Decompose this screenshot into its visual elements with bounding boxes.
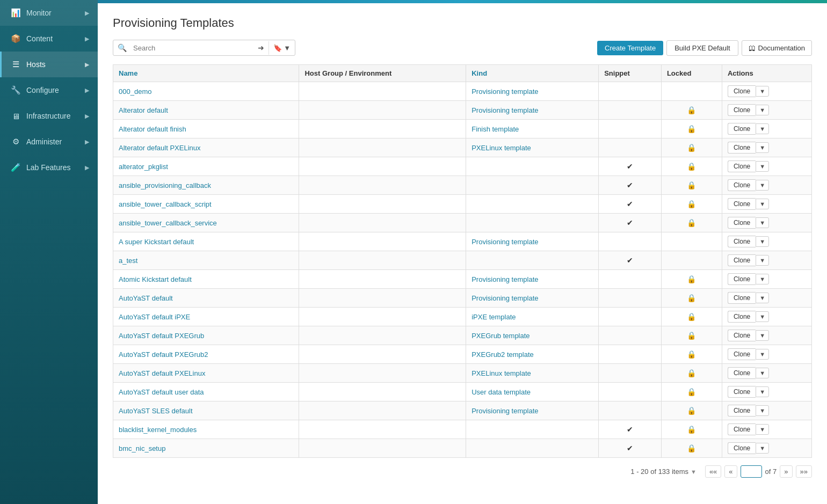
clone-button[interactable]: Clone [728,142,756,154]
clone-dropdown-button[interactable]: ▼ [756,443,769,454]
clone-button[interactable]: Clone [728,217,756,229]
name-link[interactable]: AutoYaST default iPXE [119,313,190,321]
name-link[interactable]: bmc_nic_setup [119,444,165,452]
sidebar-item-administer[interactable]: ⚙ Administer ▶ [0,129,98,155]
clone-button[interactable]: Clone [728,386,756,398]
clone-dropdown-button[interactable]: ▼ [756,199,769,209]
clone-button[interactable]: Clone [728,104,756,116]
clone-dropdown-button[interactable]: ▼ [756,180,769,191]
col-header-kind[interactable]: Kind [466,65,599,82]
clone-dropdown-button[interactable]: ▼ [756,161,769,172]
clone-dropdown-button[interactable]: ▼ [756,368,769,378]
clone-button[interactable]: Clone [728,179,756,191]
kind-link[interactable]: PXELinux template [471,144,531,152]
cell-name: Alterator default [113,101,299,120]
name-link[interactable]: blacklist_kernel_modules [119,426,197,434]
clone-button[interactable]: Clone [728,273,756,285]
clone-dropdown-button[interactable]: ▼ [756,274,769,284]
pagination-prev-button[interactable]: « [724,465,737,478]
clone-button[interactable]: Clone [728,292,756,304]
kind-link[interactable]: User data template [471,388,531,396]
clone-dropdown-button[interactable]: ▼ [756,405,769,416]
kind-link[interactable]: PXELinux template [471,369,531,377]
col-header-name[interactable]: Name [113,65,299,82]
name-link[interactable]: Alterator default finish [119,125,186,133]
kind-link[interactable]: Provisioning template [471,275,538,283]
name-link[interactable]: ansible_tower_callback_service [119,219,217,227]
clone-button[interactable]: Clone [728,236,756,247]
clone-dropdown-button[interactable]: ▼ [756,386,769,397]
pagination-info[interactable]: 1 - 20 of 133 items ▼ [630,468,697,476]
cell-locked: 🔒 [661,289,722,308]
pagination-next-button[interactable]: » [780,465,792,478]
clone-button[interactable]: Clone [728,367,756,379]
clone-dropdown-button[interactable]: ▼ [756,311,769,322]
kind-link[interactable]: PXEGrub2 template [471,350,534,359]
name-link[interactable]: ansible_tower_callback_script [119,200,212,208]
monitor-icon: 📊 [10,8,21,18]
name-link[interactable]: 000_demo [119,87,151,96]
name-link[interactable]: alterator_pkglist [119,163,168,171]
sidebar-item-infrastructure[interactable]: 🖥 Infrastructure ▶ [0,103,98,129]
name-link[interactable]: A super Kickstart default [119,238,194,246]
clone-dropdown-button[interactable]: ▼ [756,105,769,115]
search-input[interactable] [131,41,253,55]
kind-link[interactable]: Provisioning template [471,238,538,246]
clone-dropdown-button[interactable]: ▼ [756,217,769,228]
cell-actions: Clone ▼ [722,270,811,289]
pagination-first-button[interactable]: «« [705,465,721,478]
clone-dropdown-button[interactable]: ▼ [756,349,769,360]
clone-dropdown-button[interactable]: ▼ [756,123,769,134]
kind-link[interactable]: Provisioning template [471,407,538,415]
name-link[interactable]: AutoYaST SLES default [119,407,193,415]
clone-dropdown-button[interactable]: ▼ [756,255,769,266]
name-link[interactable]: Atomic Kickstart default [119,275,192,283]
clone-dropdown-button[interactable]: ▼ [756,330,769,341]
clone-button[interactable]: Clone [728,330,756,341]
clone-dropdown-button[interactable]: ▼ [756,293,769,303]
table-row: bmc_nic_setup ✔ 🔒 Clone ▼ [113,439,812,458]
name-link[interactable]: Alterator default PXELinux [119,144,200,152]
name-link[interactable]: a_test [119,257,137,265]
clone-dropdown-button[interactable]: ▼ [756,236,769,247]
sidebar-item-configure[interactable]: 🔧 Configure ▶ [0,77,98,103]
build-pxe-button[interactable]: Build PXE Default [666,40,738,56]
search-bookmark-button[interactable]: 🔖 ▼ [269,41,295,55]
clone-button[interactable]: Clone [728,348,756,360]
clone-button[interactable]: Clone [728,423,756,435]
sidebar-item-content[interactable]: 📦 Content ▶ [0,26,98,52]
kind-link[interactable]: Provisioning template [471,106,538,114]
clone-dropdown-button[interactable]: ▼ [756,424,769,435]
sidebar-item-monitor[interactable]: 📊 Monitor ▶ [0,0,98,26]
name-link[interactable]: AutoYaST default PXEGrub [119,332,204,340]
clone-button[interactable]: Clone [728,160,756,172]
name-link[interactable]: AutoYaST default PXELinux [119,369,205,377]
clone-button[interactable]: Clone [728,442,756,454]
clone-button[interactable]: Clone [728,254,756,266]
clone-button[interactable]: Clone [728,123,756,135]
clone-button[interactable]: Clone [728,405,756,417]
clone-button[interactable]: Clone [728,311,756,323]
pagination-page-input[interactable]: 1 [741,465,762,478]
kind-link[interactable]: Provisioning template [471,87,538,96]
kind-link[interactable]: Provisioning template [471,294,538,302]
kind-link[interactable]: Finish template [471,125,519,133]
sidebar-item-hosts[interactable]: ☰ Hosts ▶ [0,52,98,77]
cell-locked: 🔒 [661,138,722,157]
pagination-last-button[interactable]: »» [796,465,812,478]
name-link[interactable]: AutoYaST default [119,294,173,302]
clone-dropdown-button[interactable]: ▼ [756,86,769,97]
name-link[interactable]: AutoYaST default PXEGrub2 [119,350,208,359]
documentation-button[interactable]: 🕮 Documentation [742,40,812,56]
search-submit-button[interactable]: ➜ [253,41,269,55]
kind-link[interactable]: iPXE template [471,313,516,321]
name-link[interactable]: Alterator default [119,106,168,114]
name-link[interactable]: AutoYaST default user data [119,388,204,396]
clone-button[interactable]: Clone [728,85,756,97]
create-template-button[interactable]: Create Template [597,41,663,55]
name-link[interactable]: ansible_provisioning_callback [119,181,211,189]
clone-dropdown-button[interactable]: ▼ [756,142,769,153]
sidebar-item-lab-features[interactable]: 🧪 Lab Features ▶ [0,155,98,180]
kind-link[interactable]: PXEGrub template [471,332,529,340]
clone-button[interactable]: Clone [728,198,756,210]
